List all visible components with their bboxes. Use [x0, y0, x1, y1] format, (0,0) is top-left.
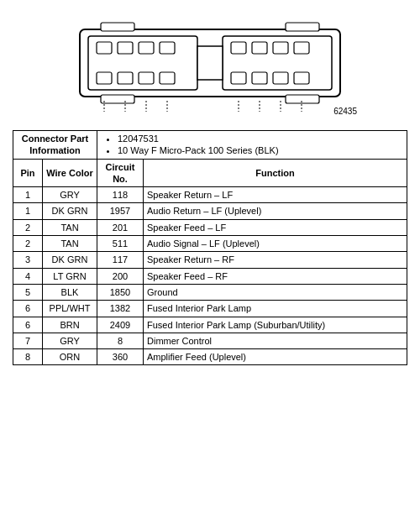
cell-pin: 4 [13, 268, 43, 284]
svg-rect-16 [231, 72, 246, 84]
cell-wire: GRY [43, 187, 97, 203]
table-row: 8ORN360Amplifier Feed (Uplevel) [13, 349, 407, 365]
svg-rect-10 [139, 72, 154, 84]
cell-wire: BLK [43, 284, 97, 300]
cell-wire: LT GRN [43, 268, 97, 284]
svg-rect-11 [160, 72, 175, 84]
cell-circuit: 1382 [97, 301, 144, 317]
svg-rect-13 [252, 42, 267, 54]
page-wrapper: 62435 Connector Part Information 1204753… [0, 0, 420, 529]
cell-function: Speaker Return – LF [144, 187, 407, 203]
spec-item-2: 10 Way F Micro-Pack 100 Series (BLK) [118, 144, 403, 156]
svg-rect-15 [294, 42, 309, 54]
cell-function: Speaker Feed – RF [144, 268, 407, 284]
svg-rect-22 [101, 95, 134, 103]
col-header-circuit: Circuit No. [97, 159, 144, 187]
cell-wire: DK GRN [43, 252, 97, 268]
svg-rect-19 [294, 72, 309, 84]
cell-wire: GRY [43, 333, 97, 348]
cell-function: Dimmer Control [144, 333, 407, 348]
table-row: 2TAN511Audio Signal – LF (Uplevel) [13, 236, 407, 252]
svg-rect-17 [252, 72, 267, 84]
svg-rect-23 [286, 95, 319, 103]
cell-pin: 6 [13, 301, 43, 317]
cell-function: Audio Return – LF (Uplevel) [144, 203, 407, 219]
cell-pin: 2 [13, 236, 43, 252]
data-table-area: Connector Part Information 12047531 10 W… [13, 130, 407, 529]
table-row: 1GRY118Speaker Return – LF [13, 187, 407, 203]
table-row: 2TAN201Speaker Feed – LF [13, 219, 407, 235]
col-header-wire: Wire Color [43, 159, 97, 187]
cell-function: Speaker Return – RF [144, 252, 407, 268]
header-row-top: Connector Part Information 12047531 10 W… [13, 131, 407, 160]
cell-wire: TAN [43, 236, 97, 252]
cell-circuit: 1850 [97, 284, 144, 300]
cell-circuit: 1957 [97, 203, 144, 219]
col-header-function: Function [144, 159, 407, 187]
cell-function: Speaker Feed – LF [144, 219, 407, 235]
connector-specs-header: 12047531 10 Way F Micro-Pack 100 Series … [97, 131, 407, 160]
svg-rect-3 [197, 46, 223, 80]
cell-wire: TAN [43, 219, 97, 235]
cell-circuit: 118 [97, 187, 144, 203]
column-headers-row: Pin Wire Color Circuit No. Function [13, 159, 407, 187]
cell-function: Fused Interior Park Lamp [144, 301, 407, 317]
svg-rect-5 [118, 42, 133, 54]
table-row: 1DK GRN1957Audio Return – LF (Uplevel) [13, 203, 407, 219]
svg-rect-20 [101, 23, 134, 31]
cell-function: Fused Interior Park Lamp (Suburban/Utili… [144, 317, 407, 333]
cell-circuit: 117 [97, 252, 144, 268]
cell-pin: 5 [13, 284, 43, 300]
cell-pin: 3 [13, 252, 43, 268]
cell-wire: DK GRN [43, 203, 97, 219]
cell-function: Amplifier Feed (Uplevel) [144, 349, 407, 365]
spec-item-1: 12047531 [118, 133, 403, 144]
svg-rect-18 [273, 72, 288, 84]
cell-pin: 1 [13, 187, 43, 203]
cell-pin: 8 [13, 349, 43, 365]
svg-rect-14 [273, 42, 288, 54]
table-row: 4LT GRN200Speaker Feed – RF [13, 268, 407, 284]
svg-rect-9 [118, 72, 133, 84]
connector-diagram: 62435 [55, 21, 365, 118]
cell-pin: 1 [13, 203, 43, 219]
cell-pin: 6 [13, 317, 43, 333]
svg-rect-21 [286, 23, 319, 31]
table-row: 5BLK1850Ground [13, 284, 407, 300]
cell-wire: BRN [43, 317, 97, 333]
svg-rect-6 [139, 42, 154, 54]
svg-rect-12 [231, 42, 246, 54]
svg-rect-7 [160, 42, 175, 54]
cell-pin: 7 [13, 333, 43, 348]
table-row: 6BRN2409Fused Interior Park Lamp (Suburb… [13, 317, 407, 333]
cell-circuit: 360 [97, 349, 144, 365]
table-row: 3DK GRN117Speaker Return – RF [13, 252, 407, 268]
table-row: 7GRY8Dimmer Control [13, 333, 407, 348]
connector-part-info-header: Connector Part Information [13, 131, 97, 160]
svg-rect-8 [97, 72, 112, 84]
table-row: 6PPL/WHT1382Fused Interior Park Lamp [13, 301, 407, 317]
cell-wire: PPL/WHT [43, 301, 97, 317]
reference-number: 62435 [333, 107, 357, 116]
cell-circuit: 2409 [97, 317, 144, 333]
cell-function: Ground [144, 284, 407, 300]
specs-list: 12047531 10 Way F Micro-Pack 100 Series … [104, 133, 403, 157]
connector-table: Connector Part Information 12047531 10 W… [13, 130, 407, 365]
cell-function: Audio Signal – LF (Uplevel) [144, 236, 407, 252]
cell-circuit: 200 [97, 268, 144, 284]
cell-wire: ORN [43, 349, 97, 365]
cell-pin: 2 [13, 219, 43, 235]
col-header-pin: Pin [13, 159, 43, 187]
cell-circuit: 8 [97, 333, 144, 348]
cell-circuit: 201 [97, 219, 144, 235]
diagram-area: 62435 [0, 0, 420, 130]
svg-rect-4 [97, 42, 112, 54]
cell-circuit: 511 [97, 236, 144, 252]
